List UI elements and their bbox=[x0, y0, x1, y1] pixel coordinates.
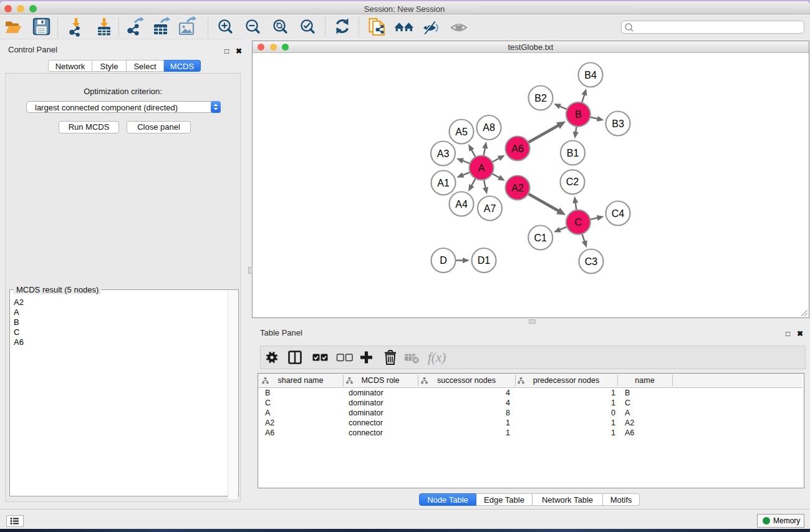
svg-text:B1: B1 bbox=[567, 148, 579, 158]
svg-text:A6: A6 bbox=[511, 143, 524, 154]
svg-text:B: B bbox=[575, 109, 582, 120]
svg-text:D: D bbox=[440, 255, 447, 266]
svg-text:A2: A2 bbox=[511, 183, 524, 193]
svg-text:A7: A7 bbox=[484, 203, 496, 214]
svg-text:B3: B3 bbox=[612, 118, 624, 129]
svg-text:f(x): f(x) bbox=[428, 350, 446, 365]
svg-text:C3: C3 bbox=[585, 256, 598, 267]
svg-text:C: C bbox=[575, 217, 582, 228]
svg-text:A5: A5 bbox=[455, 127, 468, 137]
svg-text:C1: C1 bbox=[534, 233, 547, 243]
svg-text:A4: A4 bbox=[455, 199, 468, 210]
svg-text:C2: C2 bbox=[566, 177, 579, 187]
svg-text:C4: C4 bbox=[612, 208, 625, 219]
svg-text:A8: A8 bbox=[483, 122, 495, 133]
svg-text:A3: A3 bbox=[437, 148, 450, 159]
svg-text:A: A bbox=[478, 163, 485, 173]
svg-text:B2: B2 bbox=[534, 93, 547, 104]
svg-text:A1: A1 bbox=[437, 178, 450, 188]
svg-text:B4: B4 bbox=[584, 70, 597, 80]
svg-text:D1: D1 bbox=[478, 255, 491, 266]
